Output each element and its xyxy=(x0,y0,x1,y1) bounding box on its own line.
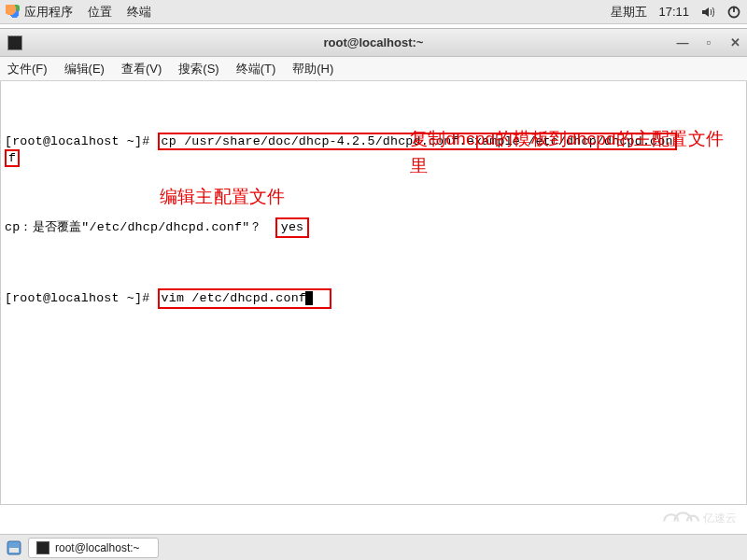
terminal-line-4: [root@localhost ~]# vim /etc/dhcpd.conf xyxy=(5,288,742,309)
menu-search[interactable]: 搜索(S) xyxy=(178,61,218,77)
terminal-menubar: 文件(F) 编辑(E) 查看(V) 搜索(S) 终端(T) 帮助(H) xyxy=(0,57,747,81)
overwrite-prompt: cp：是否覆盖"/etc/dhcp/dhcpd.conf"？ xyxy=(5,220,262,234)
window-controls: — ▫ ✕ xyxy=(676,35,741,49)
menu-terminal[interactable]: 终端 xyxy=(127,4,151,21)
terminal-body[interactable]: [root@localhost ~]# cp /usr/share/doc/dh… xyxy=(0,81,747,505)
power-icon[interactable] xyxy=(726,5,741,20)
top-panel: 应用程序 位置 终端 星期五 17:11 xyxy=(0,0,747,24)
menu-places[interactable]: 位置 xyxy=(88,4,112,21)
clock-time[interactable]: 17:11 xyxy=(658,5,689,19)
terminal-line-3: cp：是否覆盖"/etc/dhcp/dhcpd.conf"？ yes xyxy=(5,217,742,238)
gnome-footprint-icon xyxy=(6,5,21,20)
titlebar[interactable]: root@localhost:~ — ▫ ✕ xyxy=(0,29,747,57)
highlight-box-yes: yes xyxy=(275,217,310,238)
svg-rect-4 xyxy=(9,548,19,553)
top-panel-right: 星期五 17:11 xyxy=(611,4,741,21)
terminal-window: root@localhost:~ — ▫ ✕ 文件(F) 编辑(E) 查看(V)… xyxy=(0,28,747,505)
taskbar: root@localhost:~ xyxy=(0,534,747,560)
menu-term[interactable]: 终端(T) xyxy=(236,61,276,77)
annotation-below: 编辑主配置文件 xyxy=(160,184,285,211)
menu-file[interactable]: 文件(F) xyxy=(7,61,48,77)
clock-day[interactable]: 星期五 xyxy=(611,4,647,21)
menu-help[interactable]: 帮助(H) xyxy=(292,61,333,77)
shell-prompt-2: [root@localhost ~]# xyxy=(5,291,149,305)
menu-edit[interactable]: 编辑(E) xyxy=(64,61,105,77)
terminal-cursor xyxy=(305,291,313,305)
watermark-logo: 亿速云 xyxy=(654,500,738,528)
menu-applications[interactable]: 应用程序 xyxy=(24,4,73,21)
svg-text:亿速云: 亿速云 xyxy=(702,511,737,525)
cmd-vim: vim /etc/dhcpd.conf xyxy=(162,291,306,305)
window-app-icon xyxy=(7,35,22,50)
annotation-right: 复制dhcpd的模板到dhcpd的主配置文件里 xyxy=(410,126,727,179)
window-title: root@localhost:~ xyxy=(324,35,424,49)
taskbar-app-icon xyxy=(36,541,49,554)
taskbar-item-terminal[interactable]: root@localhost:~ xyxy=(28,538,159,558)
top-panel-menu: 应用程序 位置 终端 xyxy=(24,4,151,21)
menu-view[interactable]: 查看(V) xyxy=(121,61,162,77)
show-desktop-icon[interactable] xyxy=(6,539,22,556)
close-button[interactable]: ✕ xyxy=(728,35,741,49)
highlight-box-vim: vim /etc/dhcpd.conf xyxy=(158,288,332,309)
highlight-box-cp-wrap: f xyxy=(5,149,20,167)
taskbar-item-label: root@localhost:~ xyxy=(55,541,140,554)
shell-prompt: [root@localhost ~]# xyxy=(5,134,149,148)
maximize-button[interactable]: ▫ xyxy=(702,35,715,49)
volume-icon[interactable] xyxy=(700,5,715,20)
minimize-button[interactable]: — xyxy=(676,35,689,49)
